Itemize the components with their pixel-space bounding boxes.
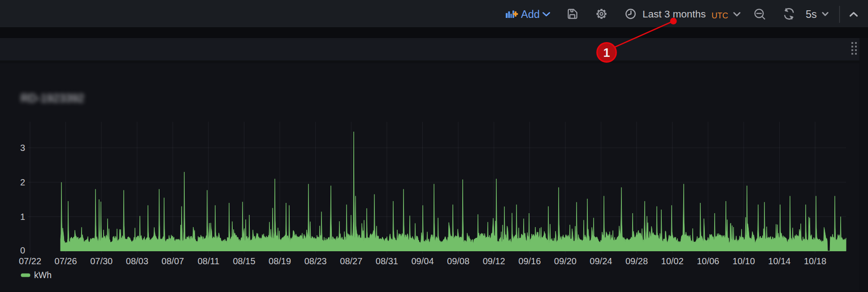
svg-text:07/22: 07/22 <box>19 256 41 266</box>
svg-text:2: 2 <box>20 177 25 187</box>
svg-text:3: 3 <box>20 143 25 153</box>
svg-text:09/04: 09/04 <box>411 256 434 266</box>
svg-text:08/27: 08/27 <box>340 256 362 266</box>
svg-text:09/28: 09/28 <box>625 256 648 266</box>
svg-text:10/06: 10/06 <box>697 256 719 266</box>
svg-text:08/15: 08/15 <box>233 256 255 266</box>
svg-text:08/11: 08/11 <box>198 256 220 266</box>
svg-text:09/16: 09/16 <box>518 256 541 266</box>
svg-text:09/20: 09/20 <box>554 256 577 266</box>
svg-text:08/19: 08/19 <box>269 256 291 266</box>
svg-text:10/14: 10/14 <box>768 256 790 266</box>
svg-text:10/02: 10/02 <box>661 256 684 266</box>
svg-text:09/24: 09/24 <box>590 256 612 266</box>
svg-text:10/10: 10/10 <box>733 256 755 266</box>
svg-text:kWh: kWh <box>34 270 52 280</box>
svg-text:09/12: 09/12 <box>483 256 505 266</box>
svg-text:07/30: 07/30 <box>90 256 113 266</box>
svg-text:07/26: 07/26 <box>55 256 77 266</box>
svg-text:0: 0 <box>20 245 25 255</box>
svg-text:08/07: 08/07 <box>161 256 184 266</box>
svg-text:08/23: 08/23 <box>304 256 327 266</box>
svg-text:08/03: 08/03 <box>126 256 148 266</box>
svg-text:1: 1 <box>20 212 25 222</box>
svg-text:09/08: 09/08 <box>447 256 469 266</box>
svg-text:1: 1 <box>603 46 610 60</box>
svg-text:08/31: 08/31 <box>376 256 398 266</box>
svg-text:10/18: 10/18 <box>804 256 826 266</box>
